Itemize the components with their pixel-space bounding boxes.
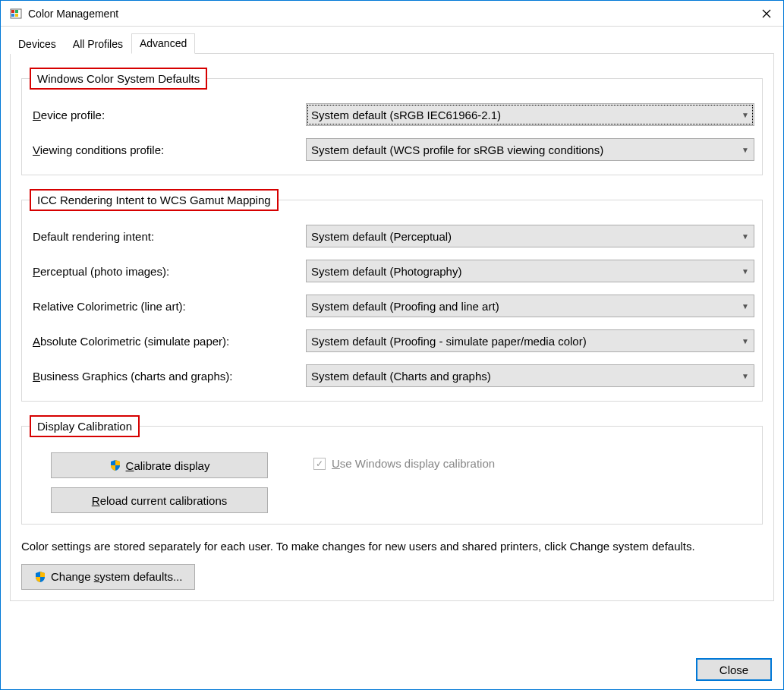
dialog-button-bar: Close <box>696 658 772 681</box>
content-area: Devices All Profiles Advanced Windows Co… <box>1 27 783 610</box>
group-icc-mapping: ICC Rendering Intent to WCS Gamut Mappin… <box>21 189 763 402</box>
chevron-down-icon: ▼ <box>741 372 749 380</box>
close-icon <box>762 9 771 18</box>
label-absolute-colorimetric: Absolute Colorimetric (simulate paper): <box>33 335 306 348</box>
legend-wcs-defaults: Windows Color System Defaults <box>30 68 207 90</box>
group-wcs-defaults: Windows Color System Defaults Device pro… <box>21 68 763 175</box>
legend-icc-mapping: ICC Rendering Intent to WCS Gamut Mappin… <box>30 189 279 211</box>
svg-rect-1 <box>11 10 14 13</box>
svg-rect-3 <box>11 14 14 17</box>
tab-advanced[interactable]: Advanced <box>131 33 195 54</box>
combo-perceptual[interactable]: System default (Photography) ▼ <box>306 260 754 282</box>
combo-default-intent[interactable]: System default (Perceptual) ▼ <box>306 225 754 247</box>
svg-rect-4 <box>15 14 18 17</box>
use-windows-calibration-checkbox: ✓ Use Windows display calibration <box>313 457 495 470</box>
label-perceptual: Perceptual (photo images): <box>33 265 306 278</box>
close-button[interactable]: Close <box>696 658 772 681</box>
tab-row: Devices All Profiles Advanced <box>10 33 774 54</box>
combo-relative-colorimetric[interactable]: System default (Proofing and line art) ▼ <box>306 295 754 317</box>
combo-business-graphics[interactable]: System default (Charts and graphs) ▼ <box>306 364 754 387</box>
chevron-down-icon: ▼ <box>741 267 749 276</box>
label-default-intent: Default rendering intent: <box>33 230 306 243</box>
shield-icon <box>109 459 121 471</box>
window-title: Color Management <box>28 8 749 20</box>
legend-display-calibration: Display Calibration <box>30 415 140 437</box>
chevron-down-icon: ▼ <box>741 232 749 241</box>
chevron-down-icon: ▼ <box>741 302 749 310</box>
checkbox-icon: ✓ <box>313 458 326 470</box>
titlebar: Color Management <box>1 1 783 27</box>
chevron-down-icon: ▼ <box>741 337 749 345</box>
label-device-profile: Device profile: <box>33 109 306 121</box>
combo-device-profile[interactable]: System default (sRGB IEC61966-2.1) ▼ <box>306 103 754 126</box>
window-close-button[interactable] <box>749 1 783 26</box>
reload-calibrations-button[interactable]: Reload current calibrations <box>51 487 268 513</box>
tab-devices[interactable]: Devices <box>10 34 65 54</box>
tab-all-profiles[interactable]: All Profiles <box>65 34 131 54</box>
group-display-calibration: Display Calibration Calibrate display <box>21 415 763 525</box>
label-viewing-conditions: Viewing conditions profile: <box>33 143 306 156</box>
combo-viewing-conditions[interactable]: System default (WCS profile for sRGB vie… <box>306 138 754 161</box>
chevron-down-icon: ▼ <box>741 111 749 119</box>
label-relative-colorimetric: Relative Colorimetric (line art): <box>33 300 306 313</box>
footer-help-text: Color settings are stored separately for… <box>21 538 763 555</box>
shield-icon <box>34 571 46 583</box>
calibrate-display-button[interactable]: Calibrate display <box>51 452 268 478</box>
chevron-down-icon: ▼ <box>741 146 749 154</box>
label-business-graphics: Business Graphics (charts and graphs): <box>33 370 306 383</box>
svg-rect-2 <box>15 10 18 13</box>
combo-absolute-colorimetric[interactable]: System default (Proofing - simulate pape… <box>306 329 754 352</box>
app-icon <box>10 8 22 20</box>
change-system-defaults-button[interactable]: Change system defaults... <box>21 564 195 590</box>
tab-panel-advanced: Windows Color System Defaults Device pro… <box>10 54 774 601</box>
